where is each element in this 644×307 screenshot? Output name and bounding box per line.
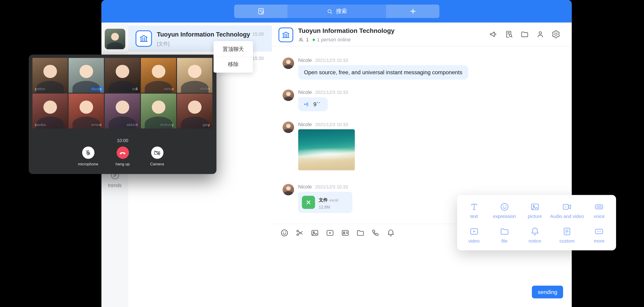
message-meta: Nicole 2021/12/3 10:33 — [298, 89, 348, 95]
popup-item-picture[interactable]: picture — [520, 198, 550, 223]
compose-button[interactable] — [234, 4, 288, 18]
video-icon[interactable] — [326, 229, 334, 237]
popup-item-file[interactable]: file — [489, 223, 520, 247]
camera-button[interactable] — [151, 146, 163, 159]
audio-video-icon — [562, 202, 572, 212]
menu-item-remove[interactable]: 移除 — [214, 57, 253, 72]
popup-item-label: custom — [560, 238, 575, 243]
excel-file-icon — [302, 196, 315, 209]
voice-duration: 9`` — [313, 101, 320, 107]
sender-avatar[interactable] — [283, 89, 294, 101]
message-meta: Nicole 2021/12/3 10:33 — [298, 121, 355, 127]
participant-name: ernest — [90, 122, 103, 127]
popup-item-label: video — [468, 238, 480, 243]
participant-name: gary — [202, 122, 211, 127]
participant-tile: stellar — [177, 58, 212, 93]
message-time: 2021/12/3 10:33 — [315, 184, 348, 189]
conversation-time: 15:20 — [252, 56, 264, 61]
picture-icon[interactable] — [310, 229, 319, 237]
popup-item-label: text — [470, 214, 478, 219]
menu-item-pin-chat[interactable]: 置顶聊天 — [214, 42, 253, 57]
participant-tile: zoli — [105, 58, 140, 93]
popup-item-notice[interactable]: notice — [520, 223, 550, 247]
participant-name: zoli — [131, 87, 139, 92]
microphone-button[interactable] — [82, 146, 94, 159]
history-search-icon[interactable] — [505, 30, 514, 39]
members-icon[interactable] — [536, 30, 545, 39]
popup-item-expression[interactable]: expression — [489, 198, 520, 223]
expression-icon — [499, 202, 510, 212]
top-bar: 搜索 — [102, 0, 572, 23]
popup-item-voice[interactable]: voice — [584, 198, 614, 223]
sender-avatar[interactable] — [283, 184, 294, 195]
chat-subtitle: 1 1 person online — [298, 37, 350, 43]
popup-item-label: Audio and video — [550, 214, 584, 219]
plus-icon — [409, 7, 417, 15]
voice-message-bubble[interactable]: 9`` — [298, 97, 328, 111]
top-toolbar: 搜索 — [234, 4, 440, 18]
participant-tile: venus — [141, 58, 176, 93]
screen: 搜索 trends Tuoyun Information Technology — [0, 0, 644, 307]
sender-name: Nicole — [298, 57, 312, 63]
sender-name: Nicole — [298, 184, 312, 190]
sender-avatar[interactable] — [283, 57, 294, 69]
participant-tile: patton — [32, 58, 68, 93]
image-message[interactable] — [298, 129, 355, 170]
popup-item-label: more — [594, 238, 605, 243]
user-avatar[interactable] — [105, 29, 125, 49]
popup-item-text[interactable]: text — [459, 198, 489, 223]
building-icon — [281, 30, 290, 39]
microphone-control: microphone — [75, 146, 101, 166]
text-icon — [468, 202, 479, 212]
search-input[interactable]: 搜索 — [288, 4, 386, 18]
participant-name: danika — [34, 122, 47, 127]
members-count-icon — [298, 37, 304, 43]
popup-item-label: notice — [528, 238, 541, 243]
popup-item-label: expression — [493, 214, 516, 219]
popup-item-audio-video[interactable]: Audio and video — [550, 198, 584, 223]
sender-avatar[interactable] — [283, 121, 294, 133]
popup-item-more[interactable]: more — [584, 223, 614, 247]
hangup-control: hang up — [110, 146, 136, 166]
popup-item-video[interactable]: video — [459, 223, 489, 247]
send-button[interactable]: sending — [532, 286, 563, 299]
participant-name: patton — [34, 87, 46, 92]
online-dot — [312, 39, 315, 41]
file-size: 12.8M — [319, 205, 338, 209]
camera-control: Camera — [144, 146, 170, 166]
card-icon[interactable] — [341, 229, 350, 237]
add-button[interactable] — [386, 4, 439, 18]
screenshot-icon[interactable] — [295, 229, 304, 237]
popup-item-custom[interactable]: custom — [550, 223, 584, 247]
composer-toolbar — [280, 229, 395, 237]
file-message-card[interactable]: 文件.excel 12.8M — [298, 192, 352, 213]
chat-header-actions — [489, 30, 560, 39]
emoji-icon[interactable] — [280, 229, 289, 237]
compose-icon — [257, 7, 264, 15]
member-count: 1 — [306, 37, 309, 43]
call-icon[interactable] — [372, 229, 380, 237]
trends-label: trends — [102, 183, 128, 188]
file-icon[interactable] — [356, 229, 365, 237]
hangup-button[interactable] — [116, 146, 129, 159]
participant-tile: danika — [32, 94, 68, 129]
folder-icon[interactable] — [520, 30, 529, 39]
announcement-icon[interactable] — [489, 30, 498, 39]
notice-icon[interactable] — [386, 229, 395, 237]
participant-tile: Anthony — [141, 94, 176, 129]
chat-panel: Tuoyun Information Technology 1 1 person… — [272, 23, 572, 307]
message: Nicole 2021/12/3 10:33 — [283, 121, 355, 170]
settings-icon[interactable] — [552, 30, 560, 39]
sender-name: Nicole — [298, 89, 312, 95]
more-icon — [594, 226, 605, 236]
voice-icon — [594, 202, 605, 212]
sender-name: Nicole — [298, 121, 312, 127]
text-message-bubble[interactable]: Open source, free, and universal instant… — [298, 65, 468, 80]
voice-wave-icon — [303, 100, 310, 108]
participant-tile: aldrich — [105, 94, 140, 129]
building-icon — [139, 33, 149, 43]
camera-off-icon — [154, 149, 161, 156]
participant-grid: patton Nicole zoli venus stellar danika … — [32, 58, 212, 128]
message: Nicole 2021/12/3 10:33 Open source, free… — [283, 57, 468, 80]
message-time: 2021/12/3 10:33 — [315, 58, 348, 63]
